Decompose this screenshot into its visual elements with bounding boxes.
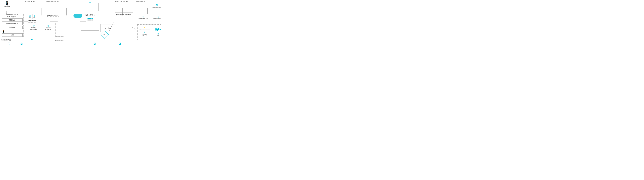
spec-component: ⚙ 规格 — [154, 33, 161, 37]
security-btn[interactable]: 安全认证 — [2, 18, 22, 22]
ea-service: ⚙ 企业动态EA报复接口 — [42, 24, 54, 30]
diagram-container: 📱 移动应用 流通应用集成平台CAI（元原中） 安全认证 配置应答请求格式 聚合… — [0, 0, 161, 45]
digiwin-gateway-icon: ◈ — [31, 38, 32, 41]
jicheng-store-label: 嘉成 门店系统 — [136, 0, 145, 3]
wms-db: 🗄 WMS 中间库 — [4, 43, 14, 45]
dingpao-box — [46, 3, 65, 11]
services-inner-box: ⚙ 供应商服务SCC服务接口 ⚙ 企业动态EA报复接口 — [26, 23, 56, 36]
cai-platform-box: 流通应用集成平台CAI（元原中） 安全认证 配置应答请求格式 聚合调用 📱 日志 — [1, 13, 24, 37]
api-gateway-db: 🗄 API Gateway 配置数据库 — [16, 43, 28, 45]
hrm-box — [81, 3, 98, 11]
jicheng-main-box: 🖥 SmartPosClient ⚙ SmartServerClient ⚙ S… — [136, 3, 161, 41]
licensecenter-component: LicenseCenter （默认端口：8049-8047） — [44, 14, 62, 18]
report-platform-box: 报表呈现平台 ... — [81, 13, 99, 31]
log-btn[interactable]: 日志 — [2, 33, 22, 37]
data-center-db: 🗄 数据中心 — [90, 43, 100, 45]
webserver-component: ⊞ 缓存 ⊕ 流程 WebServer （默认端口：80） — [26, 14, 38, 23]
external-supply-label: 外部供应商出货系统 — [115, 0, 128, 3]
smart-server-client: ⚙ SmartServerClient — [138, 16, 149, 19]
mobile-app-icon: 📱 移动应用 — [3, 1, 11, 7]
database-server-label: 数据库 服务器 — [1, 39, 11, 41]
e10-label: E10流通 客户端 — [25, 0, 35, 3]
smart-pos-component: 🖥 SmartPosClient — [151, 4, 161, 8]
smart-biz-client: ⚙ SmartBiznessClient — [152, 16, 161, 19]
esb-label: 总线 — [103, 33, 105, 35]
dingpao-label: 鼎捷 流通新零售系统 — [46, 0, 60, 3]
smart-inner-box: ⚡ Digiwin ESB Service ⚙ 外卖服务 SmartServer… — [138, 24, 161, 40]
e10-server-box: ⊞ 缓存 ⊕ 流程 WebServer （默认端口：80） LicenseCen… — [25, 13, 66, 43]
database-server-box: 🗄 WMS 中间库 🗄 API Gateway 配置数据库 🗄 数据中心 🗄 M… — [1, 41, 161, 45]
scc-platform-box: 供应链协同平台 SCC — [115, 12, 133, 34]
digiwin-port-label: （默认端口：8002） — [54, 35, 65, 37]
scc-service: ⚙ 供应商服务SCC服务接口 — [28, 24, 40, 30]
yipx-icon: 易PX — [154, 27, 161, 31]
external-supply-box — [115, 3, 133, 11]
smart-server-entry-component: ⚙ 外卖服务 SmartServerEntry — [138, 31, 151, 36]
aggregation-btn[interactable]: 聚合调用 — [2, 26, 22, 29]
digiwin-esb-component: ⚡ Digiwin ESB Service — [138, 26, 151, 30]
mysql-db: 🗄 My — [116, 43, 123, 45]
api-platform-box: API 平台 — [100, 24, 115, 32]
config-btn[interactable]: 配置应答请求格式 — [2, 22, 22, 25]
